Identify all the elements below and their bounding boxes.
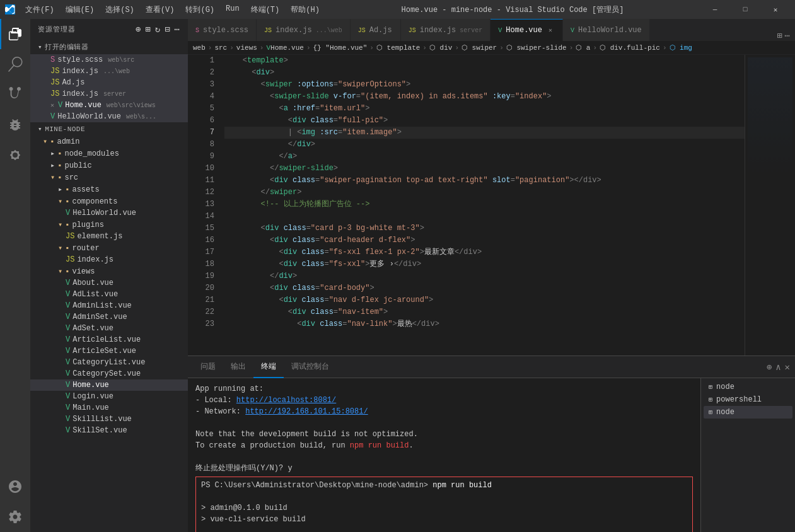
menu-select[interactable]: 选择(S)	[100, 3, 139, 16]
file-home-vue[interactable]: V Home.vue	[30, 379, 188, 391]
file-skillset-vue[interactable]: V SkillSet.vue	[30, 425, 188, 436]
activity-extensions[interactable]	[0, 140, 30, 170]
terminal-icon: ⊞	[709, 383, 712, 391]
folder-src[interactable]: ▾ ▪ src	[30, 171, 188, 183]
tab-style-scss[interactable]: S style.scss	[188, 19, 257, 41]
open-editor-helloworld-vue[interactable]: V HelloWorld.vue web\s...	[30, 111, 188, 122]
close-button[interactable]: ✕	[761, 0, 790, 19]
panel-tab-terminal[interactable]: 终端	[253, 356, 284, 378]
terminal-cmd-line: > vue-cli-service build	[201, 514, 687, 525]
file-router-index-js[interactable]: JS index.js	[30, 254, 188, 265]
window-title: Home.vue - mine-node - Visual Studio Cod…	[402, 4, 624, 15]
folder-icon: ▪	[57, 173, 62, 182]
folder-public[interactable]: ▸ ▪ public	[30, 159, 188, 171]
menu-run[interactable]: Run	[221, 3, 245, 16]
chevron-down-icon: ▾	[58, 220, 62, 229]
activity-scm[interactable]	[0, 79, 30, 110]
open-editor-ad-js[interactable]: JS Ad.js	[30, 77, 188, 88]
file-adset-vue[interactable]: V AdSet.vue	[30, 323, 188, 334]
file-skilllist-vue[interactable]: V SkillList.vue	[30, 413, 188, 425]
panel-tab-output[interactable]: 输出	[223, 356, 253, 378]
activity-account[interactable]	[0, 471, 30, 502]
collapse-icon[interactable]: ⊟	[165, 24, 170, 35]
folder-admin[interactable]: ▾ ▪ admin	[30, 136, 188, 147]
tab-ad-js[interactable]: JS Ad.js	[351, 19, 401, 41]
code-line-4: <swiper-slide v-for="(item, index) in ad…	[224, 91, 745, 103]
tab-helloworld-vue[interactable]: V HelloWorld.vue	[563, 19, 650, 41]
minimize-button[interactable]: —	[700, 0, 729, 19]
js-file-icon: JS	[66, 255, 74, 264]
breadcrumb: web› src› views› VHome.vue› {} "Home.vue…	[188, 41, 795, 55]
file-login-vue[interactable]: V Login.vue	[30, 391, 188, 402]
chevron-right-icon: ▸	[58, 185, 62, 194]
new-file-icon[interactable]: ⊕	[136, 24, 141, 35]
vue-file-icon: V	[66, 209, 70, 217]
code-line-5: <a :href="item.url">	[224, 103, 745, 115]
file-adlist-vue[interactable]: V AdList.vue	[30, 289, 188, 300]
maximize-button[interactable]: □	[731, 0, 760, 19]
folder-plugins[interactable]: ▾ ▪ plugins	[30, 219, 188, 231]
file-categorylist-vue[interactable]: V CategoryList.vue	[30, 357, 188, 368]
minimap	[745, 55, 795, 356]
terminal-tab-node-1[interactable]: ⊞ node	[704, 381, 792, 393]
terminal-tab-powershell[interactable]: ⊞ powershell	[704, 393, 792, 406]
js-icon: JS	[50, 90, 59, 98]
close-icon[interactable]: ✕	[50, 101, 54, 109]
tab-index-web[interactable]: JS index.js ...\web	[257, 19, 351, 41]
close-panel-icon[interactable]: ✕	[785, 362, 790, 373]
project-label[interactable]: ▾ MINE-NODE	[30, 122, 188, 136]
file-adminset-vue[interactable]: V AdminSet.vue	[30, 311, 188, 323]
terminal-tab-node-2[interactable]: ⊞ node	[704, 406, 792, 419]
terminal-line	[195, 451, 693, 463]
folder-icon: ▪	[65, 185, 69, 194]
open-editor-home-vue[interactable]: ✕ V Home.vue web\src\views	[30, 100, 188, 111]
activity-search[interactable]	[0, 49, 30, 79]
open-editor-index-server[interactable]: JS index.js server	[30, 88, 188, 100]
js-tab-icon: JS	[264, 27, 272, 34]
more-icon[interactable]: ⋯	[175, 24, 180, 35]
folder-assets[interactable]: ▸ ▪ assets	[30, 183, 188, 195]
folder-node-modules[interactable]: ▸ ▪ node_modules	[30, 147, 188, 159]
code-line-16: <div class="card-header d-flex">	[224, 234, 745, 246]
file-element-js[interactable]: JS element.js	[30, 231, 188, 242]
menu-help[interactable]: 帮助(H)	[286, 3, 325, 16]
folder-components[interactable]: ▾ ▪ components	[30, 195, 188, 207]
tab-home-vue[interactable]: V Home.vue ✕	[490, 19, 563, 41]
file-articleset-vue[interactable]: V ArticleSet.vue	[30, 345, 188, 357]
add-terminal-icon[interactable]: ⊕	[767, 362, 772, 373]
open-editor-style-scss[interactable]: S style.scss web\src	[30, 54, 188, 66]
activity-debug[interactable]	[0, 110, 30, 140]
split-editor-icon[interactable]: ⊞	[777, 30, 782, 41]
tab-close-button[interactable]: ✕	[546, 26, 555, 35]
menu-edit[interactable]: 编辑(E)	[61, 3, 100, 16]
code-line-19: </div>	[224, 270, 745, 282]
menu-terminal[interactable]: 终端(T)	[246, 3, 285, 16]
tab-index-server[interactable]: JS index.js server	[401, 19, 491, 41]
maximize-panel-icon[interactable]: ∧	[775, 362, 780, 373]
open-editors-label[interactable]: ▾ 打开的编辑器	[30, 40, 188, 54]
file-articlelist-vue[interactable]: V ArticleList.vue	[30, 334, 188, 345]
activity-explorer[interactable]	[0, 19, 30, 49]
terminal-main[interactable]: App running at: - Local: http://localhos…	[188, 378, 700, 532]
js-icon: JS	[50, 67, 59, 76]
panel-tab-problems[interactable]: 问题	[193, 356, 223, 378]
activity-settings[interactable]	[0, 502, 30, 532]
terminal-cmd-line: PS C:\Users\Administrator\Desktop\mine-n…	[201, 480, 687, 491]
refresh-icon[interactable]: ↻	[155, 24, 161, 35]
file-about-vue[interactable]: V About.vue	[30, 277, 188, 289]
panel-tab-debug[interactable]: 调试控制台	[284, 356, 337, 378]
menu-file[interactable]: 文件(F)	[20, 3, 59, 16]
more-tabs-icon[interactable]: ⋯	[785, 30, 790, 41]
menu-goto[interactable]: 转到(G)	[180, 3, 219, 16]
file-categoryset-vue[interactable]: V CategorySet.vue	[30, 368, 188, 379]
file-adminlist-vue[interactable]: V AdminList.vue	[30, 300, 188, 311]
new-folder-icon[interactable]: ⊞	[145, 24, 151, 35]
vue-file-icon: V	[66, 415, 70, 424]
menu-view[interactable]: 查看(V)	[141, 3, 180, 16]
file-helloworld-vue[interactable]: V HelloWorld.vue	[30, 207, 188, 219]
folder-views[interactable]: ▾ ▪ views	[30, 265, 188, 277]
file-main-vue[interactable]: V Main.vue	[30, 402, 188, 413]
folder-router[interactable]: ▾ ▪ router	[30, 242, 188, 254]
code-content[interactable]: <template> <div> <swiper :options="swipe…	[219, 55, 745, 356]
open-editor-index-web[interactable]: JS index.js ...\web	[30, 66, 188, 77]
